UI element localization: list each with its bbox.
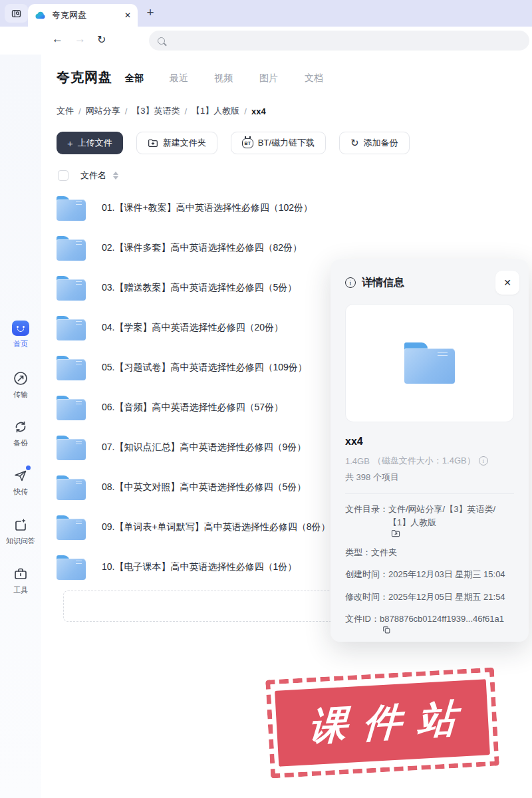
home-icon <box>12 319 29 336</box>
breadcrumb-renjiaoban[interactable]: 【1】人教版 <box>192 105 239 117</box>
open-folder-icon[interactable] <box>391 529 400 537</box>
copy-icon[interactable] <box>382 626 391 634</box>
upload-file-button[interactable]: + 上传文件 <box>57 132 123 154</box>
new-folder-button[interactable]: 新建文件夹 <box>136 132 217 154</box>
breadcrumb: 文件 / 网站分享 / 【3】英语类 / 【1】人教版 / xx4 <box>57 105 266 117</box>
sidebar-item-fast-transfer[interactable]: 快传 <box>0 467 41 497</box>
browser-tab-strip: 夸克网盘 ✕ + <box>0 0 532 27</box>
quark-cloud-logo-icon <box>35 11 47 20</box>
detail-type-row: 类型： 文件夹 <box>345 546 514 559</box>
refresh-icon[interactable]: ↻ <box>97 33 106 46</box>
breadcrumb-current: xx4 <box>251 106 266 116</box>
folder-icon <box>57 196 86 221</box>
detail-panel-header: 详情信息 ✕ <box>331 259 529 303</box>
close-button[interactable]: ✕ <box>495 271 519 295</box>
folder-icon <box>57 236 86 261</box>
bt-magnet-download-button[interactable]: BT BT/磁力链下载 <box>231 132 326 154</box>
file-row[interactable]: 01.【课件+教案】高中英语选择性必修四（102份） <box>57 188 522 228</box>
knowledge-qa-icon <box>12 516 29 533</box>
tab-title: 夸克网盘 <box>52 9 86 21</box>
folder-icon <box>57 515 86 540</box>
browser-tab[interactable]: 夸克网盘 ✕ <box>28 4 138 27</box>
file-preview-card <box>345 304 514 422</box>
forward-icon: → <box>74 33 86 46</box>
list-header: 文件名 <box>58 170 118 182</box>
breadcrumb-english[interactable]: 【3】英语类 <box>132 105 180 117</box>
sync-circle-icon: ↻ <box>350 137 359 149</box>
folder-icon-large <box>404 342 455 384</box>
detail-file-name: xx4 <box>345 436 514 448</box>
tab-recent[interactable]: 最近 <box>170 72 188 84</box>
add-backup-button[interactable]: ↻ 添加备份 <box>339 132 410 154</box>
detail-file-id-row: 文件ID： b878876cb0124ff1939...46f61a1 <box>345 612 514 634</box>
tab-video[interactable]: 视频 <box>214 72 233 84</box>
filename-column-header[interactable]: 文件名 <box>80 170 106 182</box>
folder-icon <box>57 436 86 460</box>
tab-image[interactable]: 图片 <box>259 72 278 84</box>
detail-panel-title: 详情信息 <box>362 276 404 290</box>
stamp-text: 课件站 <box>291 692 473 753</box>
size-info-icon[interactable] <box>479 456 488 466</box>
new-tab-button[interactable]: + <box>141 3 160 22</box>
detail-directory-row: 文件目录： 文件/网站分享/【3】英语类/【1】人教版 <box>345 503 514 537</box>
back-icon[interactable]: ← <box>52 33 63 46</box>
tab-close-icon[interactable]: ✕ <box>124 11 131 20</box>
folder-icon <box>57 316 86 340</box>
window-search-icon <box>11 8 22 19</box>
folder-icon <box>57 276 86 301</box>
page-title: 夸克网盘 <box>57 68 112 86</box>
transfer-icon <box>12 370 29 387</box>
divider <box>345 493 514 494</box>
sidebar-item-transfer[interactable]: 传输 <box>0 370 41 400</box>
breadcrumb-files[interactable]: 文件 <box>57 105 74 117</box>
folder-icon <box>57 475 86 500</box>
detail-panel: 详情信息 ✕ xx4 1.4GB （磁盘文件大小：1.4GB） 共 398 个项… <box>331 259 529 642</box>
backup-sync-icon <box>12 418 29 436</box>
detail-created-row: 创建时间： 2025年12月03日 星期三 15:04 <box>345 568 514 581</box>
notification-dot <box>26 466 31 470</box>
sidebar-item-home[interactable]: 首页 <box>0 319 41 349</box>
folder-plus-icon <box>148 138 158 148</box>
info-icon <box>345 277 356 288</box>
sort-icon[interactable] <box>113 172 118 180</box>
stamp-fill: 课件站 <box>275 679 490 767</box>
detail-size-row: 1.4GB （磁盘文件大小：1.4GB） <box>345 455 514 467</box>
tab-all[interactable]: 全部 <box>125 72 144 84</box>
select-all-checkbox[interactable] <box>58 170 68 181</box>
search-icon <box>158 37 165 45</box>
kejianzhan-stamp-watermark: 课件站 <box>265 668 499 779</box>
detail-modified-row: 修改时间： 2025年12月05日 星期五 21:54 <box>345 591 514 604</box>
toolbox-icon <box>12 565 29 583</box>
action-button-row: + 上传文件 新建文件夹 BT BT/磁力链下载 ↻ 添加备份 <box>57 132 410 154</box>
folder-icon <box>57 396 86 420</box>
paper-plane-icon <box>12 467 29 484</box>
sidebar-item-backup[interactable]: 备份 <box>0 418 41 448</box>
sidebar-item-knowledge-qa[interactable]: 知识问答 <box>0 516 41 546</box>
folder-icon <box>57 555 86 580</box>
breadcrumb-share[interactable]: 网站分享 <box>86 105 120 117</box>
tab-document[interactable]: 文档 <box>305 72 323 84</box>
bt-icon: BT <box>242 138 253 148</box>
sidebar-item-tools[interactable]: 工具 <box>0 565 41 595</box>
plus-icon: + <box>67 138 73 149</box>
browser-toolbar: ← → ↻ <box>0 27 532 55</box>
app-sidebar: 首页 传输 备份 快传 <box>0 55 41 798</box>
folder-icon <box>57 356 86 380</box>
detail-items-count: 共 398 个项目 <box>345 471 514 483</box>
sidebar-search-toggle-button[interactable] <box>5 4 28 23</box>
address-search-bar[interactable] <box>149 31 529 51</box>
